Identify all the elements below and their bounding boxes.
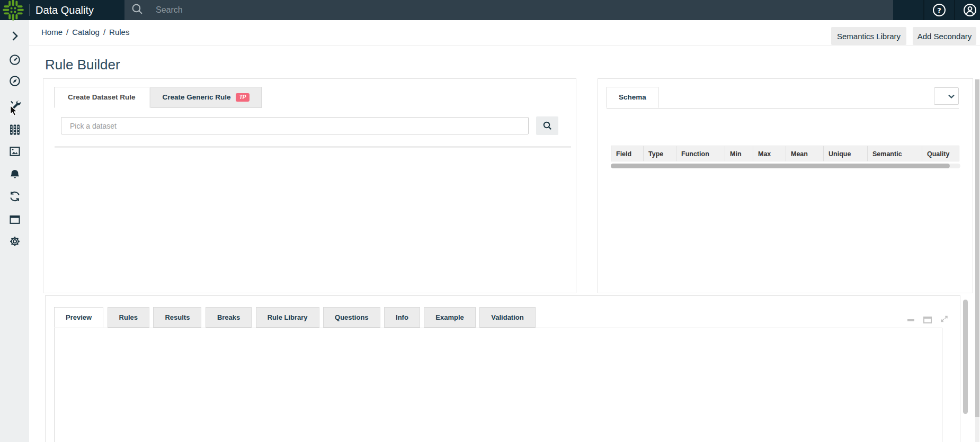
page-vscrollbar-thumb[interactable] <box>963 300 968 414</box>
mouse-cursor <box>10 105 19 119</box>
schema-hscrollbar-track <box>611 164 960 168</box>
breadcrumb: Home/Catalog/Rules <box>41 28 129 37</box>
logo-divider <box>30 4 30 16</box>
maximize-icon[interactable] <box>923 317 932 323</box>
schema-tabstrip-line <box>607 108 959 109</box>
column-header-field[interactable]: Field <box>611 146 644 161</box>
sidebar-catalog-window-icon[interactable] <box>9 214 21 225</box>
dataset-search-button[interactable] <box>536 116 558 135</box>
schema-view-select[interactable] <box>934 87 959 105</box>
schema-hscrollbar-thumb[interactable] <box>611 164 950 168</box>
preview-content-area <box>54 328 942 442</box>
tab-questions[interactable]: Questions <box>323 307 380 328</box>
column-header-max[interactable]: Max <box>753 146 786 161</box>
column-header-mean[interactable]: Mean <box>786 146 824 161</box>
tp-badge: TP <box>236 93 250 102</box>
browser-scrollbar[interactable] <box>975 20 980 442</box>
tab-breaks[interactable]: Breaks <box>206 307 252 328</box>
app-title: Data Quality <box>35 0 94 20</box>
global-search-input[interactable] <box>156 5 791 15</box>
schema-header-row: Field Type Function Min Max Mean Unique … <box>611 146 959 161</box>
panel-window-controls <box>907 315 948 325</box>
results-tabs: Preview Rules Results Breaks Rule Librar… <box>54 307 536 328</box>
expand-icon[interactable] <box>940 315 948 325</box>
schema-panel: Schema Field Type Function Min Max Mean … <box>598 78 973 293</box>
breadcrumb-home[interactable]: Home <box>41 28 63 37</box>
breadcrumb-separator: / <box>100 28 109 37</box>
sidebar-dataset-columns-icon[interactable] <box>9 124 21 136</box>
app-logo-icon[interactable] <box>2 0 25 24</box>
browser-scrollbar-track <box>975 417 979 442</box>
breadcrumb-separator: / <box>63 28 72 37</box>
rule-builder-panel: Create Dataset Rule Create Generic Rule … <box>43 78 576 293</box>
svg-text:?: ? <box>937 6 941 14</box>
chevron-down-icon <box>948 94 955 98</box>
help-icon[interactable]: ? <box>932 3 946 17</box>
top-bar: Data Quality ? <box>0 0 980 20</box>
topbar-divider <box>923 0 924 20</box>
global-search-bar[interactable] <box>124 0 893 20</box>
sidebar-dashboard-gauge-icon[interactable] <box>9 54 21 66</box>
sidebar-expand-chevron-right-icon[interactable] <box>9 30 21 42</box>
results-card: Preview Rules Results Breaks Rule Librar… <box>45 295 960 442</box>
column-header-min[interactable]: Min <box>725 146 753 161</box>
column-header-quality[interactable]: Quality <box>922 146 959 161</box>
add-secondary-button[interactable]: Add Secondary <box>913 27 976 45</box>
sidebar-settings-gear-icon[interactable] <box>9 236 21 247</box>
search-icon <box>543 121 552 130</box>
sidebar-explore-compass-icon[interactable] <box>9 75 21 87</box>
tab-results[interactable]: Results <box>153 307 201 328</box>
tab-example[interactable]: Example <box>424 307 475 328</box>
sidebar-alerts-bell-icon[interactable] <box>9 169 21 181</box>
rule-builder-tabs: Create Dataset Rule Create Generic Rule … <box>54 87 262 108</box>
semantics-library-button[interactable]: Semantics Library <box>831 27 906 45</box>
topbar-divider <box>954 0 955 20</box>
tab-create-generic-rule[interactable]: Create Generic Rule TP <box>150 87 262 108</box>
tab-validation[interactable]: Validation <box>479 307 535 328</box>
breadcrumb-catalog[interactable]: Catalog <box>72 28 100 37</box>
column-header-type[interactable]: Type <box>644 146 676 161</box>
panel-divider <box>55 146 571 148</box>
tab-create-dataset-rule[interactable]: Create Dataset Rule <box>54 87 149 108</box>
tab-preview[interactable]: Preview <box>54 307 103 328</box>
page-header: Home/Catalog/Rules Semantics Library Add… <box>29 20 980 46</box>
tab-rules[interactable]: Rules <box>108 307 149 328</box>
tab-schema[interactable]: Schema <box>607 87 658 108</box>
minimize-icon[interactable] <box>907 319 914 321</box>
column-header-unique[interactable]: Unique <box>824 146 868 161</box>
profile-icon[interactable] <box>963 3 977 17</box>
column-header-function[interactable]: Function <box>676 146 725 161</box>
search-icon <box>131 3 144 17</box>
main-content: Rule Builder Create Dataset Rule Create … <box>29 46 980 442</box>
sidebar-reports-image-icon[interactable] <box>9 146 21 157</box>
page-title: Rule Builder <box>45 57 120 73</box>
browser-scrollbar-thumb[interactable] <box>975 79 979 417</box>
tab-rule-library[interactable]: Rule Library <box>256 307 319 328</box>
pick-dataset-input[interactable] <box>61 117 529 134</box>
sidebar-nav <box>0 20 29 442</box>
tab-info[interactable]: Info <box>384 307 420 328</box>
breadcrumb-rules[interactable]: Rules <box>109 28 129 37</box>
sidebar-jobs-sync-icon[interactable] <box>9 191 21 202</box>
column-header-semantic[interactable]: Semantic <box>868 146 922 161</box>
